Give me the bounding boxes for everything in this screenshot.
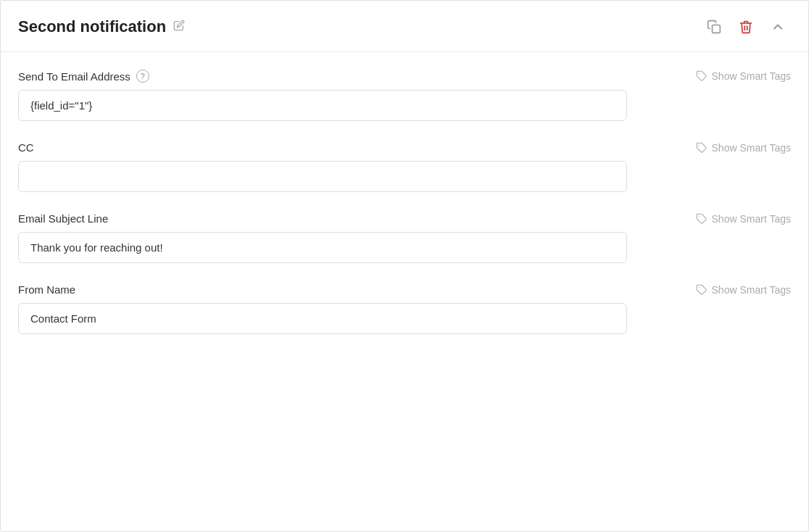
field-label-row-from-name: From Name Show Smart Tags <box>18 283 791 296</box>
panel-body: Send To Email Address ? Show Smart Tags … <box>1 52 808 378</box>
field-group-email-subject: Email Subject Line Show Smart Tags <box>18 212 791 263</box>
field-label-row-email-subject: Email Subject Line Show Smart Tags <box>18 212 791 225</box>
header-actions <box>701 14 791 40</box>
cc-label: CC <box>18 141 34 154</box>
from-name-input[interactable] <box>18 303 627 334</box>
edit-icon[interactable] <box>173 20 185 34</box>
cc-input[interactable] <box>18 161 627 192</box>
field-group-cc: CC Show Smart Tags <box>18 141 791 192</box>
panel-header: Second notification <box>1 1 808 52</box>
send-to-email-label: Send To Email Address <box>18 70 130 83</box>
field-label-left-email-subject: Email Subject Line <box>18 212 108 225</box>
field-group-send-to-email: Send To Email Address ? Show Smart Tags <box>18 70 791 121</box>
send-to-email-smart-tags-button[interactable]: Show Smart Tags <box>696 70 791 82</box>
svg-rect-0 <box>713 25 721 33</box>
from-name-label: From Name <box>18 283 75 296</box>
field-group-from-name: From Name Show Smart Tags <box>18 283 791 334</box>
field-label-row-send-to-email: Send To Email Address ? Show Smart Tags <box>18 70 791 83</box>
tag-icon <box>696 284 708 296</box>
collapse-button[interactable] <box>765 14 791 40</box>
cc-smart-tags-button[interactable]: Show Smart Tags <box>696 142 791 154</box>
field-label-left-from-name: From Name <box>18 283 75 296</box>
email-subject-smart-tags-button[interactable]: Show Smart Tags <box>696 213 791 225</box>
tag-icon <box>696 213 708 225</box>
tag-icon <box>696 142 708 154</box>
copy-button[interactable] <box>701 14 727 40</box>
send-to-email-input[interactable] <box>18 90 627 121</box>
email-subject-input[interactable] <box>18 232 627 263</box>
field-label-left-cc: CC <box>18 141 34 154</box>
field-label-row-cc: CC Show Smart Tags <box>18 141 791 154</box>
notification-panel: Second notification <box>0 0 809 532</box>
tag-icon <box>696 70 708 82</box>
title-group: Second notification <box>18 17 185 36</box>
field-label-left-send-to-email: Send To Email Address ? <box>18 70 149 83</box>
email-subject-label: Email Subject Line <box>18 212 108 225</box>
send-to-email-help-icon[interactable]: ? <box>136 70 149 83</box>
panel-title: Second notification <box>18 17 166 36</box>
from-name-smart-tags-button[interactable]: Show Smart Tags <box>696 284 791 296</box>
delete-button[interactable] <box>733 14 759 40</box>
